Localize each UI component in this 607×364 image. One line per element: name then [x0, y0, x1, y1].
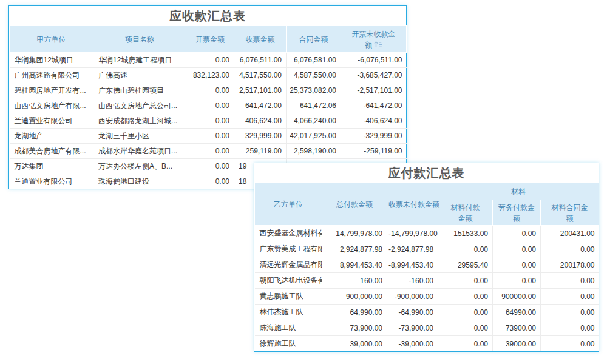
- receivable-summary-card: 应收款汇总表 甲方单位 项目名称 开票金额 收票金额 合同金额 开票未收款金额: [8, 5, 407, 189]
- sort-ascending-icon[interactable]: [374, 41, 382, 48]
- payable-table: 乙方单位 总付款金额 收票未付款金额 材料 材料付款金额 劳务付款金额 材料合同…: [254, 183, 599, 351]
- table-row: 西安盛器金属材料有 14,799,978.00 -14,799,978.00 1…: [255, 226, 599, 241]
- col-header-uncollected[interactable]: 开票未收款金额: [341, 26, 407, 53]
- table-row: 朝阳飞达机电设备有 160.00 -160.00 0.00 0.00 0.00: [255, 273, 599, 289]
- col-header-project: 项目名称: [93, 26, 186, 53]
- receipt-unpaid-cell: -14,799,978.00: [387, 226, 438, 241]
- contract-amount-cell: 641,472.06: [287, 98, 341, 113]
- material-contract-cell: 0.00: [541, 241, 599, 257]
- party-b-cell[interactable]: 西安盛器金属材料有: [255, 226, 322, 241]
- receipt-unpaid-cell: -39,000.00: [387, 336, 438, 352]
- invoiced-amount-cell: 0.00: [186, 144, 234, 159]
- table-row: 广东赞美成工程有限 2,924,877.98 -2,924,877.98 0.0…: [255, 241, 599, 257]
- received-amount-cell: 2,517,101.00: [234, 83, 287, 98]
- party-b-cell[interactable]: 清远光辉金属品有限: [255, 257, 322, 273]
- party-b-cell[interactable]: 朝阳飞达机电设备有: [255, 273, 322, 289]
- party-b-cell[interactable]: 黄志鹏施工队: [255, 289, 322, 305]
- col-header-party-a: 甲方单位: [10, 26, 93, 53]
- party-b-cell[interactable]: 广东赞美成工程有限: [255, 241, 322, 257]
- material-paid-cell: 0.00: [438, 305, 493, 320]
- received-amount-cell: 329,999.00: [234, 129, 287, 144]
- col-header-material-group: 材料: [438, 183, 599, 200]
- table-row: 碧桂园房地产开发有... 广东佛山碧桂园项目 0.00 2,517,101.00…: [10, 83, 407, 98]
- labor-paid-cell: 39000.00: [493, 336, 541, 352]
- party-b-cell[interactable]: 徐辉施工队: [255, 336, 322, 352]
- col-header-total-paid: 总付款金额: [322, 183, 387, 226]
- receivable-table-title: 应收款汇总表: [9, 6, 406, 25]
- table-row: 兰迪置业有限公司 西安成都路龙湖上河城... 0.00 406,624.00 4…: [10, 113, 407, 129]
- payable-header-group-row: 乙方单位 总付款金额 收票未付款金额 材料: [255, 183, 599, 200]
- material-paid-cell: 151533.00: [438, 226, 493, 241]
- table-row: 清远光辉金属品有限 8,994,453.40 -8,994,453.40 295…: [255, 257, 599, 273]
- material-paid-cell: 0.00: [438, 320, 493, 336]
- party-a-cell: 山西弘文房地产有限...: [10, 98, 93, 113]
- labor-paid-cell: 0.00: [493, 273, 541, 289]
- col-header-contract: 合同金额: [287, 26, 341, 53]
- party-a-cell: 成都美合房地产有限...: [10, 144, 93, 159]
- contract-amount-cell: 2,598,190.00: [287, 144, 341, 159]
- contract-amount-cell: 4,587,550.00: [287, 68, 341, 83]
- project-name-cell: 山西弘文房地产总公司...: [93, 98, 186, 113]
- material-contract-cell: 0.00: [541, 305, 599, 320]
- labor-paid-cell: 0.00: [493, 257, 541, 273]
- total-paid-cell: 2,924,877.98: [322, 241, 387, 257]
- invoiced-amount-cell: 0.00: [186, 159, 234, 174]
- project-name-cell: 珠海鹤港口建设: [93, 174, 186, 189]
- table-row: 林伟杰施工队 64,990.00 -64,990.00 0.00 64990.0…: [255, 305, 599, 320]
- table-row: 龙湖地产 龙湖三千里小区 0.00 329,999.00 42,017,925.…: [10, 129, 407, 144]
- receipt-unpaid-cell: -64,990.00: [387, 305, 438, 320]
- contract-amount-cell: 4,066,240.00: [287, 113, 341, 129]
- uncollected-amount-cell: -329,999.00: [341, 129, 407, 144]
- party-a-cell: 兰迪置业有限公司: [10, 174, 93, 189]
- invoiced-amount-cell: 0.00: [186, 113, 234, 129]
- total-paid-cell: 64,990.00: [322, 305, 387, 320]
- table-row: 山西弘文房地产有限... 山西弘文房地产总公司... 0.00 641,472.…: [10, 98, 407, 113]
- total-paid-cell: 8,994,453.40: [322, 257, 387, 273]
- receipt-unpaid-cell: -900,000.00: [387, 289, 438, 305]
- project-name-cell: 广佛高速: [93, 68, 186, 83]
- receivable-header-row: 甲方单位 项目名称 开票金额 收票金额 合同金额 开票未收款金额: [10, 26, 407, 53]
- col-header-received: 收票金额: [234, 26, 287, 53]
- project-name-cell: 成都水岸华庭名苑项目...: [93, 144, 186, 159]
- total-paid-cell: 39,000.00: [322, 336, 387, 352]
- total-paid-cell: 160.00: [322, 273, 387, 289]
- uncollected-amount-cell: -2,517,101.00: [341, 83, 407, 98]
- uncollected-amount-cell: -6,076,511.00: [341, 53, 407, 68]
- received-amount-cell: 406,624.00: [234, 113, 287, 129]
- party-b-cell[interactable]: 陈海施工队: [255, 320, 322, 336]
- contract-amount-cell: 6,076,581.00: [287, 53, 341, 68]
- table-row: 广州高速路有限公司 广佛高速 832,123.00 4,517,550.00 4…: [10, 68, 407, 83]
- received-amount-cell: 641,472.00: [234, 98, 287, 113]
- party-a-cell: 华润集团12城项目: [10, 53, 93, 68]
- party-b-cell[interactable]: 林伟杰施工队: [255, 305, 322, 320]
- table-row: 陈海施工队 73,900.00 -73,900.00 0.00 73900.00…: [255, 320, 599, 336]
- project-name-cell: 龙湖三千里小区: [93, 129, 186, 144]
- invoiced-amount-cell: 832,123.00: [186, 68, 234, 83]
- invoiced-amount-cell: 0.00: [186, 53, 234, 68]
- table-row: 成都美合房地产有限... 成都水岸华庭名苑项目... 0.00 259,119.…: [10, 144, 407, 159]
- receipt-unpaid-cell: -160.00: [387, 273, 438, 289]
- invoiced-amount-cell: 0.00: [186, 98, 234, 113]
- received-amount-cell: 4,517,550.00: [234, 68, 287, 83]
- invoiced-amount-cell: 0.00: [186, 129, 234, 144]
- receipt-unpaid-cell: -8,994,453.40: [387, 257, 438, 273]
- material-contract-cell: 200431.00: [541, 226, 599, 241]
- labor-paid-cell: 64990.00: [493, 305, 541, 320]
- project-name-cell: 广东佛山碧桂园项目: [93, 83, 186, 98]
- payable-summary-card: 应付款汇总表 乙方单位 总付款金额 收票未付款金额 材料 材料付款金额 劳务付款…: [254, 163, 599, 352]
- material-paid-cell: 0.00: [438, 289, 493, 305]
- col-header-party-b: 乙方单位: [255, 183, 322, 226]
- uncollected-amount-cell: -3,685,427.00: [341, 68, 407, 83]
- col-header-invoiced: 开票金额: [186, 26, 234, 53]
- invoiced-amount-cell: 0.00: [186, 174, 234, 189]
- table-row: 徐辉施工队 39,000.00 -39,000.00 0.00 39000.00…: [255, 336, 599, 352]
- material-contract-cell: 200178.00: [541, 257, 599, 273]
- received-amount-cell: 259,119.00: [234, 144, 287, 159]
- uncollected-amount-cell: -259,119.00: [341, 144, 407, 159]
- invoiced-amount-cell: 0.00: [186, 83, 234, 98]
- labor-paid-cell: 0.00: [493, 226, 541, 241]
- col-header-labor-paid: 劳务付款金额: [493, 200, 541, 226]
- material-contract-cell: 0.00: [541, 273, 599, 289]
- material-contract-cell: 0.00: [541, 289, 599, 305]
- party-a-cell: 兰迪置业有限公司: [10, 113, 93, 129]
